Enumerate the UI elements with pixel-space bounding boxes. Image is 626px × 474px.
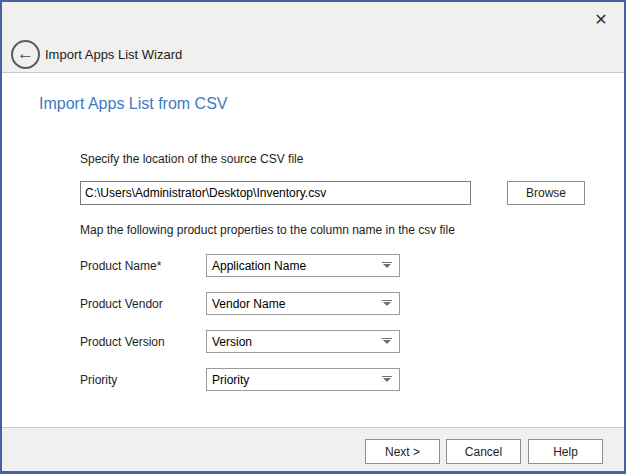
product-vendor-label: Product Vendor — [80, 297, 163, 311]
product-name-dropdown[interactable]: Application Name — [206, 254, 400, 277]
priority-dropdown[interactable]: Priority — [206, 368, 400, 391]
chevron-down-icon — [383, 264, 391, 268]
chevron-down-icon — [383, 340, 391, 344]
back-arrow-icon: ← — [17, 45, 34, 62]
help-button[interactable]: Help — [528, 439, 603, 464]
product-version-dropdown[interactable]: Version — [206, 330, 400, 353]
back-button[interactable]: ← — [11, 40, 40, 69]
chevron-down-icon — [383, 302, 391, 306]
product-name-label: Product Name* — [80, 259, 161, 273]
mapping-section-label: Map the following product properties to … — [80, 223, 455, 237]
close-icon[interactable]: ✕ — [586, 6, 616, 32]
priority-dropdown-value: Priority — [212, 373, 249, 387]
priority-label: Priority — [80, 373, 117, 387]
cancel-button[interactable]: Cancel — [446, 439, 521, 464]
import-apps-wizard-window: ✕ ← Import Apps List Wizard Import Apps … — [0, 0, 626, 474]
page-title: Import Apps List from CSV — [39, 95, 228, 113]
chevron-down-icon — [383, 378, 391, 382]
wizard-footer: Next > Cancel Help — [2, 427, 624, 471]
product-name-dropdown-value: Application Name — [212, 259, 306, 273]
wizard-header: ✕ ← Import Apps List Wizard — [2, 2, 624, 73]
csv-path-input[interactable] — [80, 181, 471, 205]
product-version-dropdown-value: Version — [212, 335, 252, 349]
source-file-label: Specify the location of the source CSV f… — [80, 152, 303, 166]
product-vendor-dropdown[interactable]: Vendor Name — [206, 292, 400, 315]
wizard-title: Import Apps List Wizard — [45, 47, 182, 62]
product-vendor-dropdown-value: Vendor Name — [212, 297, 285, 311]
browse-button[interactable]: Browse — [507, 181, 585, 205]
product-version-label: Product Version — [80, 335, 165, 349]
next-button[interactable]: Next > — [365, 439, 440, 464]
